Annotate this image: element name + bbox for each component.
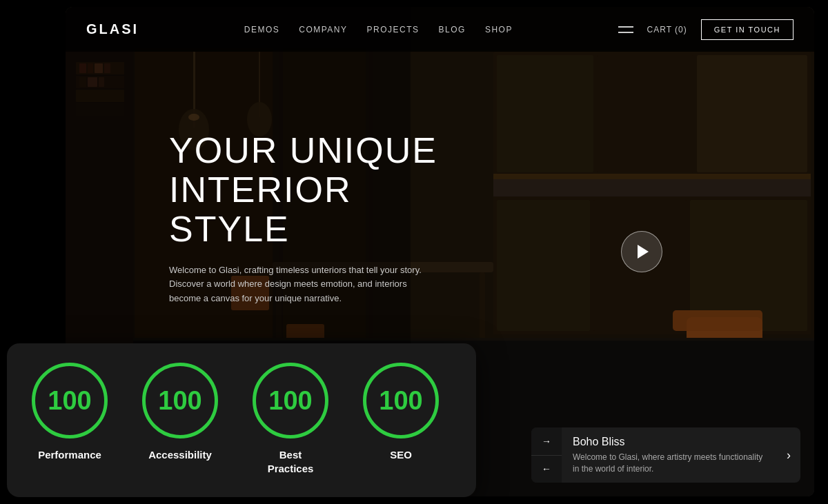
hero-title: YOUR UNIQUE INTERIOR STYLE (169, 131, 473, 250)
score-best-practices: 100 BestPractices (253, 363, 328, 475)
play-button[interactable] (621, 231, 662, 272)
score-label-seo: SEO (390, 448, 412, 462)
nav-company[interactable]: COMPANY (299, 25, 347, 34)
score-accessibility: 100 Accessibility (142, 363, 218, 462)
score-label-best-practices: BestPractices (268, 448, 314, 475)
site-header: GLASI DEMOS COMPANY PROJECTS BLOG SHOP C… (66, 7, 814, 52)
score-performance: 100 Performance (32, 363, 108, 462)
hamburger-menu[interactable] (618, 26, 633, 33)
arrow-prev[interactable]: ← (531, 456, 562, 483)
card-nav-arrows: → ← (531, 427, 562, 483)
score-value-seo: 100 (379, 386, 422, 416)
score-seo: 100 SEO (363, 363, 439, 462)
score-value-best-practices: 100 (268, 386, 312, 416)
nav-demos[interactable]: DEMOS (244, 25, 280, 34)
score-label-accessibility: Accessibility (148, 448, 212, 462)
nav-projects[interactable]: PROJECTS (367, 25, 420, 34)
play-icon (638, 245, 649, 259)
bottom-card: → ← Boho Bliss Welcome to Glasi, where a… (531, 427, 800, 483)
nav-shop[interactable]: SHOP (485, 25, 513, 34)
score-circle-accessibility: 100 (142, 363, 218, 439)
play-button-container (621, 231, 662, 272)
hero-content: YOUR UNIQUE INTERIOR STYLE Welcome to Gl… (169, 131, 473, 306)
cart-text[interactable]: CART (0) (647, 25, 687, 34)
card-chevron-icon[interactable]: › (777, 427, 800, 483)
nav-blog[interactable]: BLOG (439, 25, 466, 34)
score-circle-performance: 100 (32, 363, 108, 439)
arrow-next[interactable]: → (531, 427, 562, 456)
scores-panel: 100 Performance 100 Accessibility 100 Be… (7, 343, 476, 497)
ham-line-2 (618, 32, 633, 33)
get-in-touch-button[interactable]: GET IN TOUCH (701, 19, 793, 40)
main-nav: DEMOS COMPANY PROJECTS BLOG SHOP (244, 25, 513, 34)
hero-title-line1: YOUR UNIQUE (169, 130, 437, 170)
score-circle-seo: 100 (363, 363, 439, 439)
score-circle-best-practices: 100 (253, 363, 328, 439)
ham-line-1 (618, 26, 633, 28)
score-label-performance: Performance (38, 448, 101, 462)
header-right: CART (0) GET IN TOUCH (618, 19, 793, 40)
hero-description: Welcome to Glasi, crafting timeless unte… (169, 263, 431, 306)
score-value-performance: 100 (48, 386, 91, 416)
card-title: Boho Bliss (573, 436, 766, 448)
score-value-accessibility: 100 (158, 386, 201, 416)
card-content: Boho Bliss Welcome to Glasi, where artis… (562, 427, 777, 483)
card-description: Welcome to Glasi, where artistry meets f… (573, 452, 766, 475)
hero-title-line2: INTERIOR STYLE (169, 170, 351, 249)
site-logo: GLASI (86, 21, 139, 37)
